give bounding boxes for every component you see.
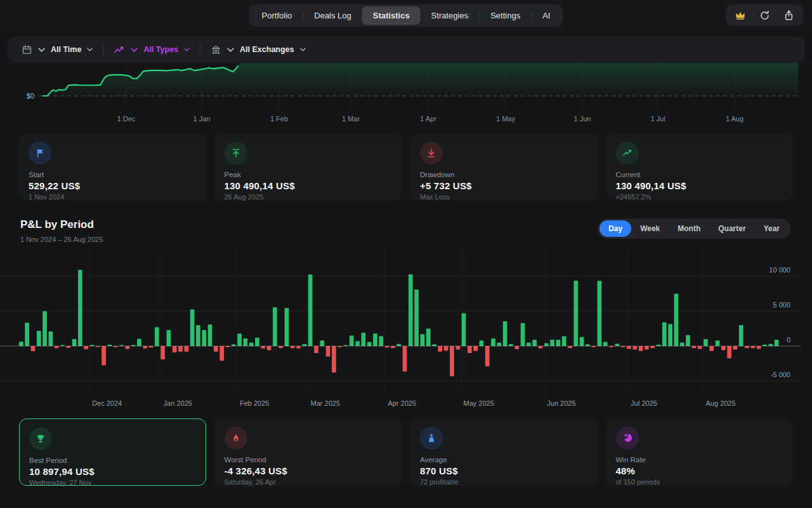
calendar-icon bbox=[22, 44, 32, 55]
svg-text:1 May: 1 May bbox=[496, 115, 515, 123]
stat-sub: 72 profitable bbox=[420, 478, 588, 486]
svg-text:$0: $0 bbox=[27, 92, 34, 100]
chevron-down-icon bbox=[38, 48, 45, 52]
svg-text:10 000: 10 000 bbox=[769, 266, 790, 274]
svg-text:1 Jun: 1 Jun bbox=[574, 115, 591, 123]
pie-chart-icon bbox=[622, 432, 633, 444]
pnl-title: P&L by Period bbox=[20, 218, 103, 231]
win-rate-card: Win Rate 48% of 150 periods bbox=[606, 418, 794, 486]
tab-strategies[interactable]: Strategies bbox=[421, 6, 480, 25]
period-stats-row: Best Period 10 897,94 US$ Wednesday, 27 … bbox=[19, 418, 793, 486]
average-card: Average 870 US$ 72 profitable bbox=[410, 418, 598, 486]
chevron-down-icon bbox=[184, 48, 190, 51]
stat-value: 529,22 US$ bbox=[29, 180, 197, 191]
top-bar: Portfolio Deals Log Statistics Strategie… bbox=[0, 0, 812, 30]
tab-portfolio[interactable]: Portfolio bbox=[251, 6, 303, 25]
stat-label: Win Rate bbox=[616, 456, 784, 464]
start-card: Start 529,22 US$ 1 Nov 2024 bbox=[19, 133, 206, 201]
stat-label: Worst Period bbox=[225, 456, 393, 464]
flame-icon bbox=[230, 432, 242, 444]
pnl-bar-chart-svg: 10 0005 0000-5 000Dec 2024Jan 2025Feb 20… bbox=[0, 251, 812, 411]
svg-text:1 Feb: 1 Feb bbox=[270, 115, 288, 123]
svg-text:Dec 2024: Dec 2024 bbox=[92, 399, 122, 407]
weight-icon bbox=[426, 432, 437, 444]
svg-text:Aug 2025: Aug 2025 bbox=[706, 399, 736, 407]
stat-value: 130 490,14 US$ bbox=[225, 180, 393, 191]
main-nav: Portfolio Deals Log Statistics Strategie… bbox=[249, 4, 563, 27]
time-filter-label: All Time bbox=[51, 45, 81, 54]
share-icon[interactable] bbox=[783, 10, 795, 22]
pnl-date-range: 1 Nov 2024 – 26 Aug 2025 bbox=[20, 236, 103, 243]
arrow-up-to-line-icon bbox=[230, 147, 242, 159]
svg-text:0: 0 bbox=[787, 336, 790, 344]
trophy-icon bbox=[35, 433, 46, 444]
types-filter-label: All Types bbox=[143, 45, 178, 54]
svg-text:1 Jan: 1 Jan bbox=[193, 115, 211, 123]
worst-period-card: Worst Period -4 326,43 US$ Saturday, 26 … bbox=[215, 418, 402, 486]
bank-icon bbox=[211, 44, 221, 55]
stat-value: 130 490,14 US$ bbox=[616, 180, 784, 191]
svg-text:Feb 2025: Feb 2025 bbox=[240, 399, 269, 407]
svg-text:Jul 2025: Jul 2025 bbox=[631, 399, 657, 407]
stat-label: Peak bbox=[225, 171, 393, 178]
balance-stats-row: Start 529,22 US$ 1 Nov 2024 Peak 130 490… bbox=[19, 133, 793, 201]
stat-label: Best Period bbox=[29, 457, 196, 464]
exchanges-filter-label: All Exchanges bbox=[240, 45, 294, 54]
filter-divider bbox=[103, 44, 103, 55]
svg-text:-5 000: -5 000 bbox=[771, 371, 790, 378]
svg-text:1 Jul: 1 Jul bbox=[650, 115, 665, 123]
arrow-down-to-line-icon bbox=[426, 147, 437, 159]
time-filter[interactable]: All Time bbox=[18, 42, 96, 58]
svg-text:May 2025: May 2025 bbox=[464, 399, 494, 407]
chart-up-icon bbox=[622, 147, 633, 159]
svg-text:1 Dec: 1 Dec bbox=[117, 115, 136, 123]
period-day-button[interactable]: Day bbox=[599, 220, 631, 237]
filter-divider bbox=[200, 44, 200, 55]
stat-value: +5 732 US$ bbox=[420, 180, 588, 191]
peak-card: Peak 130 490,14 US$ 26 Aug 2025 bbox=[215, 133, 402, 201]
current-card: Current 130 490,14 US$ +24557.2% bbox=[606, 133, 794, 201]
tab-statistics[interactable]: Statistics bbox=[362, 6, 421, 25]
svg-text:1 Aug: 1 Aug bbox=[726, 115, 743, 123]
stat-value: 48% bbox=[616, 465, 784, 476]
pnl-header: P&L by Period 1 Nov 2024 – 26 Aug 2025 D… bbox=[20, 218, 790, 243]
period-week-button[interactable]: Week bbox=[631, 220, 669, 237]
balance-chart-svg: 1 Dec1 Jan1 Feb1 Mar1 Apr1 May1 Jun1 Jul… bbox=[0, 63, 812, 130]
crown-icon[interactable] bbox=[734, 9, 747, 22]
trend-line-icon bbox=[114, 44, 125, 55]
refresh-icon[interactable] bbox=[759, 10, 771, 22]
topbar-actions bbox=[726, 4, 803, 26]
chevron-down-icon bbox=[87, 48, 93, 51]
svg-text:1 Apr: 1 Apr bbox=[420, 115, 436, 123]
stat-value: 10 897,94 US$ bbox=[29, 466, 196, 477]
tab-deals-log[interactable]: Deals Log bbox=[303, 6, 362, 25]
stat-sub: Saturday, 26 Apr bbox=[225, 478, 393, 486]
chevron-down-icon bbox=[227, 48, 234, 52]
drawdown-card: Drawdown +5 732 US$ Max Loss bbox=[410, 133, 598, 201]
period-year-button[interactable]: Year bbox=[755, 220, 789, 237]
filter-bar: All Time All Types All Exchanges bbox=[8, 37, 804, 62]
stat-sub: Wednesday, 27 Nov bbox=[29, 479, 196, 486]
exchanges-filter[interactable]: All Exchanges bbox=[207, 42, 309, 58]
types-filter[interactable]: All Types bbox=[110, 42, 193, 57]
stat-label: Current bbox=[616, 171, 784, 178]
stat-value: 870 US$ bbox=[420, 465, 588, 476]
stat-value: -4 326,43 US$ bbox=[225, 465, 393, 476]
stat-sub: 1 Nov 2024 bbox=[29, 193, 197, 201]
stat-label: Start bbox=[29, 171, 197, 178]
chevron-down-icon bbox=[300, 48, 306, 51]
svg-text:Jan 2025: Jan 2025 bbox=[164, 399, 192, 407]
best-period-card: Best Period 10 897,94 US$ Wednesday, 27 … bbox=[19, 418, 206, 486]
svg-text:5 000: 5 000 bbox=[773, 301, 790, 309]
stat-sub: +24557.2% bbox=[616, 193, 784, 201]
svg-text:1 Mar: 1 Mar bbox=[342, 115, 360, 123]
stat-label: Average bbox=[420, 456, 588, 464]
period-quarter-button[interactable]: Quarter bbox=[709, 220, 754, 237]
svg-text:Apr 2025: Apr 2025 bbox=[388, 399, 416, 407]
period-month-button[interactable]: Month bbox=[669, 220, 709, 237]
chevron-down-icon bbox=[131, 48, 138, 52]
tab-ai[interactable]: AI bbox=[532, 6, 561, 25]
flag-icon bbox=[34, 147, 46, 159]
tab-settings[interactable]: Settings bbox=[480, 6, 531, 25]
balance-chart: 1 Dec1 Jan1 Feb1 Mar1 Apr1 May1 Jun1 Jul… bbox=[0, 62, 812, 130]
